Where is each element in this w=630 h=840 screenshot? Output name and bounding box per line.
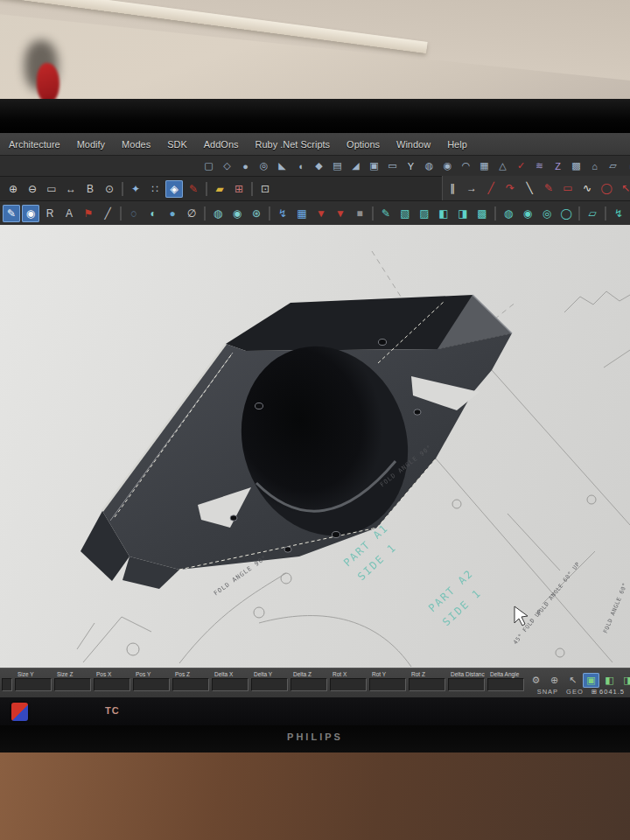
status-field-input[interactable] <box>212 678 248 691</box>
tc-logo[interactable]: TC <box>105 705 120 716</box>
icon-dome[interactable]: ◠ <box>458 158 474 175</box>
snap-mode-icon[interactable]: ◈ <box>165 180 183 198</box>
workplane-front-icon[interactable]: ▧ <box>396 205 414 222</box>
sketch-icon[interactable]: ╱ <box>99 205 116 222</box>
red-line-icon[interactable]: ╱ <box>482 179 500 197</box>
workplane-pencil-icon[interactable]: ✎ <box>377 205 395 222</box>
icon-vertex[interactable]: ◇ <box>219 158 235 175</box>
icon-cone[interactable]: ◣ <box>274 158 290 175</box>
view-sphere-2-icon[interactable]: ◉ <box>519 205 536 222</box>
monitor-icon[interactable]: ▦ <box>293 205 311 222</box>
redline-r-icon[interactable]: R <box>41 205 59 222</box>
snap-toggle-icon[interactable]: ▣ <box>583 673 599 688</box>
zoom-b-icon[interactable]: B <box>81 180 99 198</box>
icon-pyramid[interactable]: △ <box>494 158 511 175</box>
menu-item[interactable]: Help <box>447 139 467 150</box>
view-sphere-3-icon[interactable]: ◎ <box>538 205 556 222</box>
node-edit-icon[interactable]: ↖ <box>564 673 581 688</box>
taskbar-app-icon[interactable] <box>11 703 28 721</box>
render-off-icon[interactable]: ∅ <box>183 205 200 222</box>
zig-icon[interactable]: ↯ <box>610 205 627 222</box>
spline-icon[interactable]: ∿ <box>578 179 596 197</box>
icon-z-script[interactable]: Z <box>550 158 566 175</box>
status-field-input[interactable] <box>251 678 288 691</box>
icon-torus[interactable]: ◎ <box>256 158 272 175</box>
icon-blob[interactable]: ◗ <box>623 158 630 175</box>
status-field-input[interactable] <box>487 678 524 691</box>
menu-item[interactable]: Window <box>396 139 430 150</box>
cage-render-icon[interactable]: ⊛ <box>248 205 265 222</box>
icon-roof[interactable]: ⌂ <box>586 158 603 175</box>
icon-lock-sphere[interactable]: ◉ <box>439 158 456 175</box>
zoom-in-icon[interactable]: ⊕ <box>4 180 22 198</box>
status-field-input[interactable] <box>2 678 12 691</box>
status-field-input[interactable] <box>172 678 209 691</box>
snap-indicator[interactable]: SNAP <box>537 688 558 696</box>
status-field-input[interactable] <box>409 678 445 691</box>
arc-icon[interactable]: ↷ <box>501 179 519 197</box>
icon-cube[interactable]: ▣ <box>366 158 382 175</box>
menu-item[interactable]: Ruby .Net Scripts <box>256 139 331 150</box>
orbit-icon[interactable]: ⊕ <box>546 673 563 688</box>
menu-item[interactable]: SDK <box>167 139 187 150</box>
zoom-selection-icon[interactable]: ⊙ <box>101 180 118 198</box>
workplane-top-icon[interactable]: ▨ <box>416 205 433 222</box>
icon-sphere[interactable]: ● <box>237 158 254 175</box>
icon-mesh-box[interactable]: ▩ <box>568 158 584 175</box>
hook-icon[interactable]: ↖ <box>617 179 630 197</box>
status-field-input[interactable] <box>448 678 485 691</box>
pan-hand-icon[interactable]: ⚙ <box>528 673 544 688</box>
zoom-out-icon[interactable]: ⊖ <box>24 180 41 198</box>
icon-uv-sphere[interactable]: ◍ <box>421 158 438 175</box>
open-folder-icon[interactable]: ▰ <box>211 180 228 198</box>
bolt-icon[interactable]: ↯ <box>274 205 291 222</box>
grid-toggle-icon[interactable]: ◧ <box>601 673 618 688</box>
workplane-left-icon[interactable]: ◧ <box>435 205 452 222</box>
snap-grid-icon[interactable]: ∷ <box>146 180 164 198</box>
render-full-icon[interactable]: ● <box>164 205 181 222</box>
status-field-input[interactable] <box>330 678 367 691</box>
icon-hemisphere[interactable]: ◖ <box>292 158 309 175</box>
icon-wedge[interactable]: ◆ <box>311 158 327 175</box>
icon-box[interactable]: ▢ <box>200 158 217 175</box>
arrow-line-icon[interactable]: → <box>463 179 480 197</box>
diag-line-icon[interactable]: ╲ <box>521 179 538 197</box>
status-field-input[interactable] <box>369 678 406 691</box>
parallel-line-icon[interactable]: ∥ <box>444 179 461 197</box>
circle-tool-icon[interactable]: ◯ <box>598 179 615 197</box>
icon-ramp[interactable]: ◢ <box>347 158 364 175</box>
marker-icon[interactable]: ⚑ <box>80 205 97 222</box>
plane-icon[interactable]: ▱ <box>584 205 601 222</box>
menu-item[interactable]: Architecture <box>9 139 60 150</box>
adv-render-icon[interactable]: ◍ <box>209 205 227 222</box>
menu-item[interactable]: Modify <box>77 139 105 150</box>
status-field-input[interactable] <box>94 678 130 691</box>
icon-plate[interactable]: ▭ <box>384 158 401 175</box>
paint-icon[interactable]: ▼ <box>312 205 330 222</box>
icon-grid-mesh[interactable]: ▦ <box>476 158 493 175</box>
icon-twist[interactable]: ≋ <box>531 158 548 175</box>
menu-item[interactable]: Options <box>346 139 380 150</box>
menu-item[interactable]: AddOns <box>204 139 239 150</box>
workplane-iso-icon[interactable]: ▩ <box>473 205 491 222</box>
examine-icon[interactable]: ◉ <box>22 205 39 222</box>
view-sphere-1-icon[interactable]: ◍ <box>500 205 517 222</box>
pencil-line-icon[interactable]: ✎ <box>540 179 557 197</box>
icon-glass[interactable]: Y <box>402 158 419 175</box>
view-sphere-4-icon[interactable]: ◯ <box>557 205 575 222</box>
dimension-a-icon[interactable]: A <box>60 205 78 222</box>
status-field-input[interactable] <box>133 678 170 691</box>
status-field-input[interactable] <box>54 678 91 691</box>
status-field-input[interactable] <box>290 678 327 691</box>
icon-check[interactable]: ✓ <box>513 158 529 175</box>
geo-indicator[interactable]: GEO <box>566 688 584 696</box>
ortho-toggle-icon[interactable]: ◨ <box>620 673 630 688</box>
status-field-input[interactable] <box>15 678 52 691</box>
snap-vertex-icon[interactable]: ✦ <box>127 180 144 198</box>
swatch-icon[interactable]: ■ <box>351 205 368 222</box>
paste-icon[interactable]: ⊡ <box>256 180 274 198</box>
redline-icon[interactable]: ✎ <box>185 180 202 198</box>
draft-pencil-icon[interactable]: ✎ <box>3 205 20 222</box>
paint-alt-icon[interactable]: ▼ <box>332 205 349 222</box>
icon-sheet[interactable]: ▱ <box>605 158 621 175</box>
